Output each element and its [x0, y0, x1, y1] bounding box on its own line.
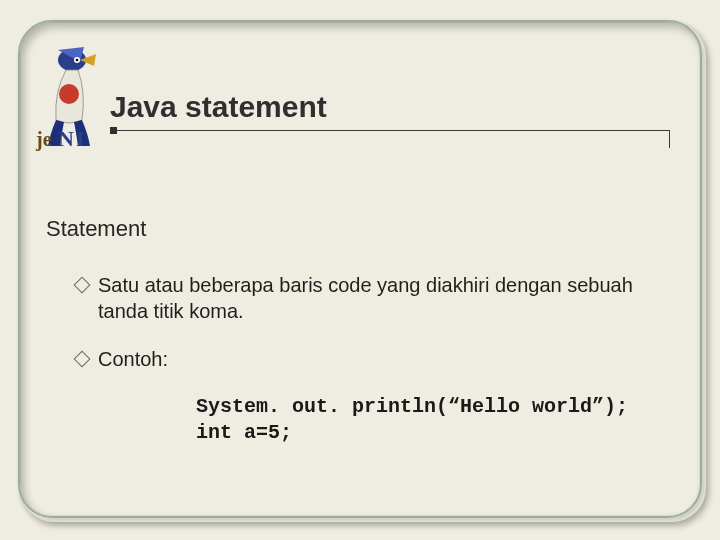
code-line: System. out. println(“Hello world”); [196, 394, 660, 420]
svg-point-3 [76, 59, 79, 62]
code-block: System. out. println(“Hello world”); int… [196, 394, 660, 446]
title-underline [110, 130, 670, 137]
list-item: Satu atau beberapa baris code yang diakh… [76, 272, 660, 324]
code-line: int a=5; [196, 420, 660, 446]
bullet-text: Satu atau beberapa baris code yang diakh… [98, 272, 660, 324]
slide-title: Java statement [110, 90, 670, 124]
svg-text:je: je [35, 128, 52, 151]
slide: je N I Java statement Statement Satu ata… [0, 0, 720, 540]
body-area: Statement Satu atau beberapa baris code … [46, 215, 660, 446]
list-item: Contoh: [76, 346, 660, 372]
svg-text:I: I [76, 126, 85, 151]
jeni-logo: je N I [34, 42, 104, 152]
title-area: Java statement [110, 90, 670, 137]
svg-point-5 [59, 84, 79, 104]
bullet-list: Satu atau beberapa baris code yang diakh… [76, 272, 660, 372]
bullet-icon [74, 276, 91, 293]
bullet-icon [74, 350, 91, 367]
bullet-text: Contoh: [98, 346, 660, 372]
subheading: Statement [46, 215, 660, 244]
svg-text:N: N [58, 126, 74, 151]
